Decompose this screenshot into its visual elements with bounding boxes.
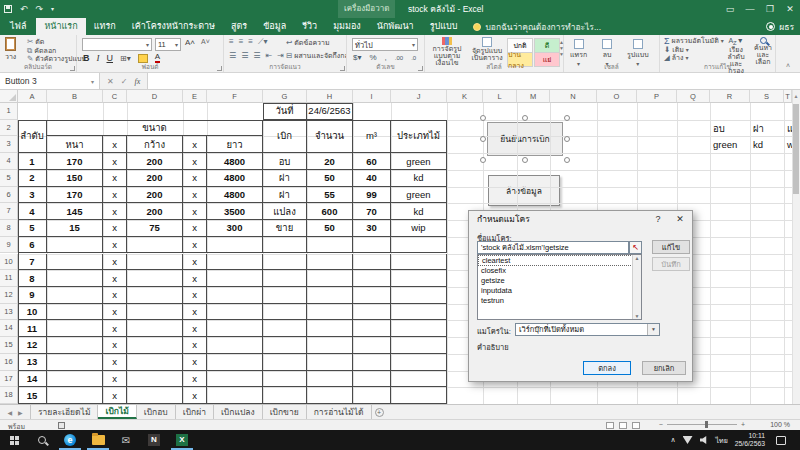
cell[interactable]: ประเภทไม้ — [391, 120, 447, 153]
insert-function-icon[interactable]: fx — [134, 77, 140, 86]
column-header-G[interactable]: G — [263, 90, 307, 103]
cell[interactable] — [263, 371, 307, 388]
cell[interactable]: 170 — [47, 153, 103, 170]
cell[interactable] — [47, 304, 103, 321]
macro-list-item-getsize[interactable]: getsize — [478, 276, 641, 286]
close-button[interactable]: ✕ — [780, 0, 800, 18]
cell[interactable]: 6 — [18, 237, 47, 254]
macro-name-input[interactable]: 'stock คลังไม้.xlsm'!getsize — [477, 241, 629, 254]
cell[interactable]: green — [391, 153, 447, 170]
cell[interactable]: 10 — [18, 304, 47, 321]
cell[interactable] — [353, 320, 391, 337]
cancel-button[interactable]: ยกเลิก — [642, 361, 686, 375]
cell[interactable]: 3500 — [207, 203, 263, 220]
cell[interactable] — [391, 320, 447, 337]
cell[interactable]: 30 — [353, 220, 391, 237]
cell[interactable] — [391, 387, 447, 404]
cell[interactable]: 3 — [18, 187, 47, 204]
macros-in-combo[interactable]: เวิร์กบุ๊กที่เปิดทั้งหมด▼ — [515, 323, 660, 336]
column-header-C[interactable]: C — [103, 90, 127, 103]
cell[interactable] — [353, 387, 391, 404]
row-header-12[interactable]: 12 — [0, 287, 18, 304]
dialog-launcher-icon[interactable] — [217, 66, 222, 71]
increase-decimal-icon[interactable]: .00 — [395, 55, 403, 61]
cell[interactable] — [127, 387, 183, 404]
taskbar-edge-button[interactable]: e — [56, 430, 84, 450]
row-header-13[interactable]: 13 — [0, 304, 18, 321]
cell[interactable]: 2 — [18, 170, 47, 187]
selection-handle[interactable] — [480, 157, 486, 163]
cell[interactable]: 13 — [18, 354, 47, 371]
cell[interactable] — [263, 287, 307, 304]
row-header-3[interactable]: 3 — [0, 136, 18, 153]
cell[interactable]: x — [103, 220, 127, 237]
selection-handle[interactable] — [480, 115, 486, 121]
cell[interactable] — [207, 287, 263, 304]
cell[interactable] — [47, 270, 103, 287]
cell-style-good[interactable]: ดี — [534, 38, 560, 53]
cell[interactable] — [391, 237, 447, 254]
cell[interactable]: 300 — [207, 220, 263, 237]
cell[interactable]: ผ่า — [750, 120, 784, 137]
autosum-button[interactable]: Σผลรวมอัตโนมัติ▾ — [664, 37, 724, 46]
percent-style-icon[interactable]: % — [369, 53, 376, 62]
cell[interactable]: x — [103, 203, 127, 220]
cell[interactable]: x — [103, 270, 127, 287]
row-header-16[interactable]: 16 — [0, 354, 18, 371]
vertical-scrollbar[interactable]: ▲ — [792, 90, 800, 404]
cell[interactable]: 200 — [127, 203, 183, 220]
ribbon-tab-ไฟล์[interactable]: ไฟล์ — [0, 18, 36, 35]
number-format-combo[interactable]: ทั่วไป▾ — [352, 38, 418, 51]
paste-button[interactable]: วาง — [5, 37, 16, 62]
cell[interactable]: x — [103, 136, 127, 153]
macro-list-item-cleartest[interactable]: cleartest — [478, 255, 641, 266]
taskbar-search-button[interactable] — [28, 430, 56, 450]
redo-icon[interactable]: ↷ — [36, 0, 44, 18]
cell[interactable]: x — [183, 287, 207, 304]
row-header-14[interactable]: 14 — [0, 320, 18, 337]
cell[interactable] — [263, 254, 307, 271]
cell[interactable] — [127, 237, 183, 254]
cell[interactable]: 50 — [307, 170, 353, 187]
cell[interactable]: 4800 — [207, 187, 263, 204]
row-header-5[interactable]: 5 — [0, 170, 18, 187]
cell[interactable]: 4800 — [207, 170, 263, 187]
cell[interactable] — [207, 254, 263, 271]
tray-expand-icon[interactable]: ∧ — [670, 436, 675, 444]
cell[interactable]: 200 — [127, 170, 183, 187]
cell[interactable]: ขนาด — [47, 120, 263, 137]
row-header-10[interactable]: 10 — [0, 254, 18, 271]
cell[interactable]: x — [103, 153, 127, 170]
cell[interactable]: x — [183, 270, 207, 287]
cell[interactable] — [391, 304, 447, 321]
zoom-track[interactable] — [667, 424, 737, 425]
namebox-dropdown-icon[interactable]: ▾ — [91, 78, 94, 85]
column-header-L[interactable]: L — [483, 90, 517, 103]
cell[interactable]: อบ — [710, 120, 750, 137]
column-header-N[interactable]: N — [550, 90, 597, 103]
column-header-K[interactable]: K — [447, 90, 483, 103]
selection-handle[interactable] — [564, 136, 570, 142]
cell[interactable]: x — [103, 304, 127, 321]
cell[interactable]: kd — [750, 136, 784, 153]
column-header-E[interactable]: E — [183, 90, 207, 103]
cell[interactable] — [207, 387, 263, 404]
column-header-R[interactable]: R — [710, 90, 750, 103]
column-header-D[interactable]: D — [127, 90, 183, 103]
cell[interactable] — [207, 354, 263, 371]
decrease-indent-icon[interactable]: ⇤ — [266, 51, 273, 60]
cell[interactable] — [47, 337, 103, 354]
qat-dropdown-icon[interactable]: ▾ — [51, 0, 54, 18]
selection-handle[interactable] — [522, 157, 528, 163]
enter-entry-icon[interactable]: ✓ — [121, 77, 128, 86]
cell[interactable]: x — [183, 187, 207, 204]
cell[interactable] — [47, 371, 103, 388]
row-header-18[interactable]: 18 — [0, 387, 18, 404]
cell[interactable]: 8 — [18, 270, 47, 287]
cell[interactable]: x — [103, 187, 127, 204]
keyboard-language[interactable]: ไทย — [716, 435, 728, 446]
cell[interactable] — [207, 304, 263, 321]
cell[interactable] — [307, 254, 353, 271]
dialog-close-icon[interactable]: ✕ — [668, 211, 692, 228]
cell[interactable]: green — [710, 136, 750, 153]
